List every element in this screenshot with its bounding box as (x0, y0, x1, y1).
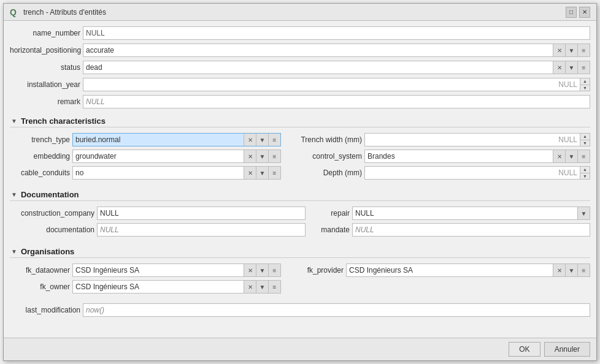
fk-dataowner-arrow-btn[interactable]: ▼ (256, 264, 268, 276)
last-modification-label: last_modification (10, 306, 80, 314)
arrow-down-icon-10: ▼ (260, 284, 266, 290)
trench-width-input[interactable] (365, 134, 580, 146)
menu-icon-6: ≡ (273, 170, 277, 176)
control-system-input[interactable] (365, 150, 553, 162)
cable-conduits-clear-btn[interactable]: ✕ (244, 167, 256, 179)
arrow-down-icon: ▼ (569, 47, 575, 54)
fk-dataowner-row: fk_dataowner ✕ ▼ ≡ fk_provider (15, 263, 590, 278)
horizontal-positioning-arrow-btn[interactable]: ▼ (565, 44, 577, 56)
construction-company-input[interactable] (97, 207, 306, 220)
embedding-menu-btn[interactable]: ≡ (268, 150, 280, 162)
cable-conduits-menu-btn[interactable]: ≡ (268, 167, 280, 179)
menu-icon-4: ≡ (273, 153, 277, 160)
embedding-clear-btn[interactable]: ✕ (244, 150, 256, 162)
remark-input[interactable] (83, 95, 590, 108)
horizontal-positioning-menu-btn[interactable]: ≡ (577, 44, 590, 56)
control-system-menu-btn[interactable]: ≡ (577, 150, 590, 162)
menu-icon-8: ≡ (273, 267, 277, 274)
fk-owner-input[interactable] (73, 281, 244, 293)
embedding-arrow-btn[interactable]: ▼ (256, 150, 268, 162)
fk-dataowner-menu-btn[interactable]: ≡ (268, 264, 280, 276)
fk-provider-menu-btn[interactable]: ≡ (577, 264, 590, 276)
construction-company-row: construction_company repair ▼ (15, 206, 590, 221)
clear-icon-2: ✕ (557, 64, 562, 71)
trench-type-arrow-btn[interactable]: ▼ (256, 134, 268, 146)
trench-width-spinbox: ▲ ▼ (364, 133, 590, 146)
installation-year-input[interactable] (83, 78, 580, 91)
documentation-row: documentation mandate (15, 222, 590, 237)
control-system-label: control_system (288, 152, 362, 161)
fk-dataowner-input[interactable] (73, 264, 244, 276)
maximize-button[interactable]: □ (566, 7, 577, 18)
horizontal-positioning-input[interactable] (83, 44, 553, 56)
trench-type-menu-btn[interactable]: ≡ (268, 134, 280, 146)
depth-input[interactable] (365, 167, 580, 179)
clear-icon: ✕ (557, 47, 562, 54)
fk-owner-clear-btn[interactable]: ✕ (244, 281, 256, 293)
titlebar-left: Q trench - Attributs d'entités (10, 7, 106, 17)
clear-icon-9: ✕ (557, 267, 562, 274)
dialog-window: Q trench - Attributs d'entités □ ✕ name_… (3, 3, 597, 361)
clear-icon-6: ✕ (248, 170, 253, 176)
mandate-input[interactable] (352, 223, 590, 237)
fk-owner-menu-btn[interactable]: ≡ (268, 281, 280, 293)
embedding-input[interactable] (73, 150, 244, 162)
horizontal-positioning-clear-btn[interactable]: ✕ (553, 44, 565, 56)
trench-section-header: ▼ Trench characteristics (10, 114, 590, 127)
organisations-section-content: fk_dataowner ✕ ▼ ≡ fk_provider (10, 260, 590, 297)
control-system-clear-btn[interactable]: ✕ (553, 150, 565, 162)
trench-type-clear-btn[interactable]: ✕ (244, 134, 256, 146)
fk-provider-arrow-btn[interactable]: ▼ (565, 264, 577, 276)
status-label: status (10, 63, 80, 72)
repair-arrow-btn[interactable]: ▼ (577, 207, 590, 219)
organisations-section-arrow[interactable]: ▼ (11, 248, 17, 255)
status-arrow-btn[interactable]: ▼ (565, 61, 577, 74)
status-combo: ✕ ▼ ≡ (83, 61, 590, 74)
repair-input[interactable] (353, 207, 577, 219)
control-system-arrow-btn[interactable]: ▼ (565, 150, 577, 162)
trench-section-arrow[interactable]: ▼ (11, 118, 17, 124)
installation-year-up-btn[interactable]: ▲ (580, 78, 590, 85)
last-modification-input[interactable] (83, 303, 590, 317)
close-button[interactable]: ✕ (579, 7, 590, 18)
window-title: trench - Attributs d'entités (23, 8, 106, 17)
fk-dataowner-clear-btn[interactable]: ✕ (244, 264, 256, 276)
repair-label: repair (313, 209, 350, 218)
installation-year-down-btn[interactable]: ▼ (580, 85, 590, 91)
status-input[interactable] (83, 61, 553, 74)
trench-type-input[interactable] (73, 134, 244, 146)
cable-conduits-input[interactable] (73, 167, 244, 179)
status-menu-btn[interactable]: ≡ (577, 61, 590, 74)
trench-width-down-btn[interactable]: ▼ (580, 140, 590, 146)
organisations-section-title: Organisations (21, 247, 74, 256)
status-clear-btn[interactable]: ✕ (553, 61, 565, 74)
depth-down-btn[interactable]: ▼ (580, 173, 590, 180)
cable-conduits-arrow-btn[interactable]: ▼ (256, 167, 268, 179)
repair-combo: ▼ (352, 207, 590, 220)
trench-type-row: trench_type ✕ ▼ ≡ Trench width (mm) (15, 132, 590, 147)
ok-button[interactable]: OK (509, 342, 540, 357)
installation-year-label: installation_year (10, 80, 80, 89)
name-number-input[interactable] (83, 26, 590, 40)
arrow-down-icon-7: ▼ (581, 210, 587, 217)
documentation-section-arrow[interactable]: ▼ (11, 191, 17, 198)
documentation-input[interactable] (97, 223, 306, 237)
cable-conduits-combo: ✕ ▼ ≡ (72, 166, 281, 180)
trench-type-label: trench_type (15, 135, 70, 144)
dialog-footer: OK Annuler (4, 338, 596, 360)
cable-conduits-label: cable_conduits (15, 169, 70, 177)
depth-up-btn[interactable]: ▲ (580, 167, 590, 173)
clear-icon-10: ✕ (248, 284, 253, 290)
fk-provider-clear-btn[interactable]: ✕ (553, 264, 565, 276)
arrow-down-icon-2: ▼ (569, 64, 575, 71)
fk-provider-input[interactable] (347, 264, 553, 276)
trench-width-up-btn[interactable]: ▲ (580, 134, 590, 140)
fk-dataowner-combo: ✕ ▼ ≡ (72, 264, 281, 277)
fk-provider-combo: ✕ ▼ ≡ (346, 264, 590, 277)
documentation-section-content: construction_company repair ▼ documentat… (10, 203, 590, 240)
menu-icon-3: ≡ (273, 137, 277, 143)
depth-label: Depth (mm) (288, 169, 362, 177)
cancel-button[interactable]: Annuler (544, 342, 590, 357)
fk-owner-arrow-btn[interactable]: ▼ (256, 281, 268, 293)
embedding-row: embedding ✕ ▼ ≡ control_system (15, 149, 590, 164)
